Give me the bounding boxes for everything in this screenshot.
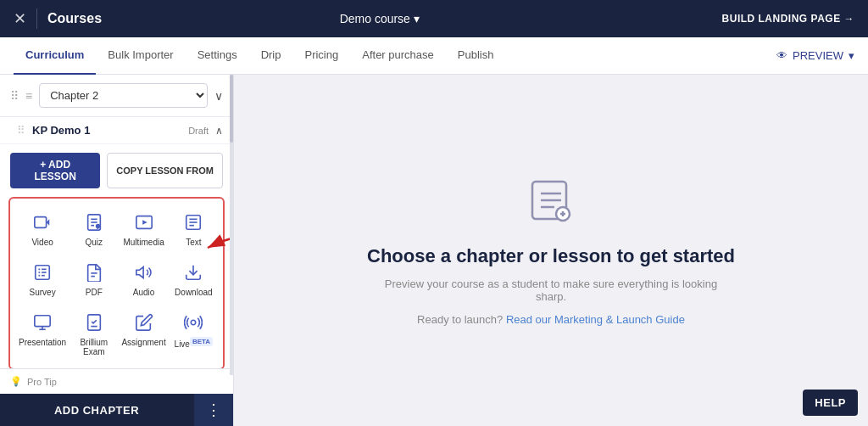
text-icon: [181, 210, 205, 234]
audio-icon: [132, 261, 156, 284]
build-landing-page-button[interactable]: BUILD LANDING PAGE →: [722, 13, 854, 25]
page-title: Courses: [47, 11, 330, 26]
chapter-drag-handle: ⠿: [10, 89, 19, 103]
svg-text:?: ?: [97, 226, 98, 229]
multimedia-icon: [132, 210, 156, 234]
tab-curriculum[interactable]: Curriculum: [14, 37, 96, 75]
tab-bar: Curriculum Bulk Importer Settings Drip P…: [0, 37, 868, 75]
lesson-type-text[interactable]: Text: [170, 204, 218, 254]
lesson-type-download[interactable]: Download: [170, 254, 218, 304]
sidebar-content: ⠿ ≡ Chapter 2 ∨ ⠿ KP Demo 1 Draft ∧ + AD…: [0, 75, 233, 368]
add-chapter-row: ADD CHAPTER ⋮: [0, 394, 233, 426]
sidebar-footer: 💡 Pro Tip ADD CHAPTER ⋮: [0, 368, 233, 426]
app-header: ✕ Courses Demo course ▾ BUILD LANDING PA…: [0, 0, 868, 37]
launch-text: Ready to launch?: [417, 313, 503, 326]
add-chapter-button[interactable]: ADD CHAPTER: [0, 394, 193, 426]
lesson-type-text-label: Text: [186, 238, 201, 247]
copy-lesson-button[interactable]: COPY LESSON FROM: [107, 153, 223, 188]
lesson-drag-handle: ⠿: [17, 124, 25, 137]
add-lesson-row: + ADD LESSON COPY LESSON FROM: [0, 144, 233, 197]
pro-tip-label: Pro Tip: [27, 377, 57, 387]
lesson-type-download-label: Download: [175, 288, 212, 297]
lightbulb-icon: 💡: [10, 376, 22, 387]
preview-button[interactable]: 👁 PREVIEW ▾: [776, 49, 854, 62]
eye-icon: 👁: [776, 49, 787, 62]
add-lesson-button[interactable]: + ADD LESSON: [10, 153, 100, 188]
lesson-type-pdf[interactable]: PDF: [70, 254, 118, 304]
lesson-type-brillium-label: Brillium Exam: [73, 338, 114, 356]
download-icon: [181, 261, 205, 284]
lesson-status-badge: Draft: [188, 126, 209, 136]
chapter-header[interactable]: ⠿ ≡ Chapter 2 ∨: [0, 75, 233, 117]
lesson-row: ⠿ KP Demo 1 Draft ∧: [0, 117, 233, 144]
lesson-type-quiz-label: Quiz: [86, 238, 103, 247]
svg-point-30: [192, 320, 197, 325]
sidebar: ⠿ ≡ Chapter 2 ∨ ⠿ KP Demo 1 Draft ∧ + AD…: [0, 75, 234, 426]
chapter-chevron-icon[interactable]: ∨: [214, 89, 223, 103]
launch-link-row: Ready to launch? Read our Marketing & La…: [417, 313, 685, 326]
lesson-type-presentation[interactable]: Presentation: [15, 304, 70, 363]
lesson-types-container: Video ? Quiz Multimedia: [0, 197, 233, 368]
lesson-types-grid: Video ? Quiz Multimedia: [8, 197, 225, 368]
tab-settings[interactable]: Settings: [186, 37, 249, 75]
pro-tip-row: 💡 Pro Tip: [0, 369, 233, 394]
course-selector[interactable]: Demo course ▾: [340, 12, 420, 25]
chapter-number-icon: ≡: [25, 89, 32, 103]
course-dropdown-icon: ▾: [414, 12, 420, 25]
svg-marker-9: [142, 220, 147, 225]
quiz-icon: ?: [82, 210, 106, 234]
video-icon: [31, 210, 54, 234]
svg-marker-23: [136, 267, 142, 278]
close-icon[interactable]: ✕: [14, 9, 26, 28]
tab-bulk-importer[interactable]: Bulk Importer: [96, 37, 185, 75]
lesson-type-multimedia-label: Multimedia: [123, 238, 164, 247]
tab-pricing[interactable]: Pricing: [292, 37, 350, 75]
main-layout: ⠿ ≡ Chapter 2 ∨ ⠿ KP Demo 1 Draft ∧ + AD…: [0, 75, 868, 426]
lesson-type-assignment[interactable]: Assignment: [118, 304, 169, 363]
svg-rect-25: [35, 316, 50, 327]
lesson-type-multimedia[interactable]: Multimedia: [118, 204, 169, 254]
lesson-type-video-label: Video: [31, 238, 53, 247]
empty-state-title: Choose a chapter or lesson to get starte…: [367, 245, 735, 267]
scroll-thumb: [230, 75, 233, 143]
lesson-type-assignment-label: Assignment: [121, 338, 165, 347]
lesson-type-video[interactable]: Video: [15, 204, 70, 254]
preview-label: PREVIEW: [793, 49, 843, 62]
lesson-type-pdf-label: PDF: [86, 288, 103, 297]
marketing-guide-link[interactable]: Read our Marketing & Launch Guide: [506, 313, 685, 326]
lesson-type-presentation-label: Presentation: [19, 338, 66, 347]
lesson-chevron-icon[interactable]: ∧: [215, 125, 223, 137]
lesson-type-live-label: LiveBETA: [175, 338, 214, 349]
tab-after-purchase[interactable]: After purchase: [350, 37, 446, 75]
lesson-type-audio-label: Audio: [133, 288, 155, 297]
presentation-icon: [31, 311, 54, 334]
lesson-type-live[interactable]: LiveBETA: [170, 304, 218, 363]
lesson-type-survey-label: Survey: [30, 288, 56, 297]
lesson-title: KP Demo 1: [32, 124, 181, 137]
live-icon: [181, 311, 205, 334]
tab-drip[interactable]: Drip: [249, 37, 293, 75]
lesson-type-quiz[interactable]: ? Quiz: [70, 204, 118, 254]
beta-badge: BETA: [190, 337, 213, 346]
empty-state-subtitle: Preview your course as a student to make…: [373, 277, 729, 303]
pdf-icon: [82, 261, 106, 284]
assignment-icon: [132, 311, 156, 334]
brillium-exam-icon: [82, 311, 106, 334]
survey-icon: [31, 261, 54, 284]
course-name: Demo course: [340, 12, 410, 25]
content-area: Choose a chapter or lesson to get starte…: [234, 75, 868, 426]
header-divider: [36, 8, 37, 29]
empty-state-icon: [526, 175, 576, 235]
sidebar-scrollbar[interactable]: [230, 75, 233, 375]
help-button[interactable]: HELP: [803, 390, 858, 416]
svg-rect-0: [35, 217, 47, 228]
lesson-type-survey[interactable]: Survey: [15, 254, 70, 304]
add-chapter-more-button[interactable]: ⋮: [194, 394, 233, 426]
chapter-title-select[interactable]: Chapter 2: [39, 83, 208, 108]
lesson-type-audio[interactable]: Audio: [118, 254, 169, 304]
lesson-type-brillium-exam[interactable]: Brillium Exam: [70, 304, 118, 363]
tab-publish[interactable]: Publish: [446, 37, 506, 75]
preview-chevron-icon: ▾: [849, 49, 854, 62]
